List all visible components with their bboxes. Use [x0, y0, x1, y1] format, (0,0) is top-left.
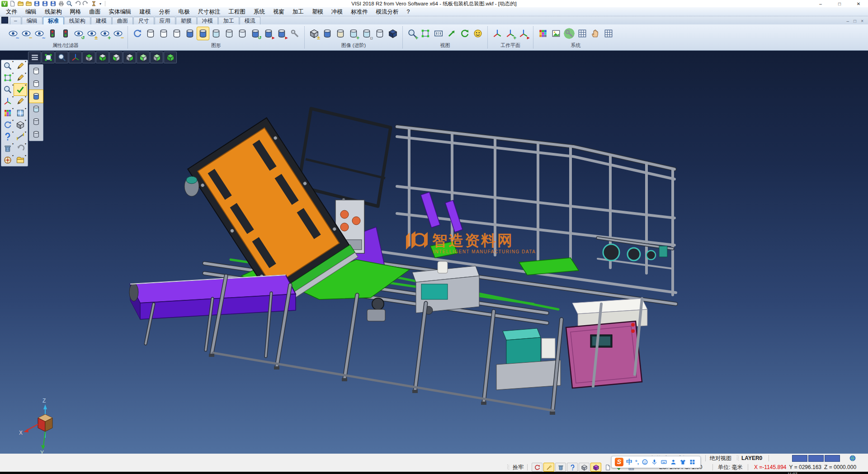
menu-standard-parts[interactable]: 标准件	[347, 7, 372, 16]
render-tools-icon[interactable]	[289, 27, 301, 40]
tab-overflow-button[interactable]: –	[10, 17, 21, 24]
cylinder-shaded-selected-icon[interactable]	[197, 27, 209, 40]
zoom-window-icon[interactable]	[420, 27, 431, 40]
cylinder-arrow-icon[interactable]	[276, 27, 288, 40]
tab-surface[interactable]: 曲面	[112, 17, 133, 24]
tab-flow[interactable]: 模流	[240, 17, 260, 24]
snap-lock-label[interactable]: 拴牢	[513, 463, 524, 472]
eye-attributes-icon[interactable]	[7, 27, 19, 40]
eye-hide-icon[interactable]	[20, 27, 32, 40]
cylinder-refresh-icon[interactable]	[250, 27, 261, 40]
cube-plus-minus-icon[interactable]	[308, 27, 320, 40]
view-orient-icon[interactable]	[472, 27, 484, 40]
tab-dimension[interactable]: 尺寸	[133, 17, 154, 24]
menu-drawing[interactable]: 工程图	[225, 7, 250, 16]
eye-refresh-icon[interactable]	[73, 27, 85, 40]
cylinder-check-icon[interactable]	[348, 27, 359, 40]
menu-file[interactable]: 文件	[2, 7, 21, 16]
visi-logo-icon[interactable]: V	[1, 1, 8, 7]
tab-edit[interactable]: 编辑	[22, 17, 42, 24]
tab-application[interactable]: 应用	[155, 17, 175, 24]
menu-edit[interactable]: 编辑	[21, 7, 41, 16]
menu-dimension[interactable]: 尺寸标注	[194, 7, 225, 16]
solid-cube-active-icon[interactable]	[590, 463, 601, 472]
menu-electrode[interactable]: 电极	[175, 7, 194, 16]
grid-settings-icon[interactable]	[603, 27, 614, 40]
microphone-icon[interactable]	[651, 459, 658, 465]
cylinder-update-icon[interactable]	[263, 27, 274, 40]
new-file-icon[interactable]	[9, 0, 16, 7]
cylinder-shaded-icon[interactable]	[184, 27, 196, 40]
table-settings-icon[interactable]	[576, 27, 588, 40]
magic-wand-icon[interactable]	[543, 463, 554, 472]
menu-mould[interactable]: 塑模	[308, 7, 327, 16]
print-icon[interactable]	[58, 0, 65, 7]
menu-machining[interactable]: 加工	[288, 7, 308, 16]
redo-icon[interactable]	[82, 0, 89, 7]
open-file-icon[interactable]	[17, 0, 24, 7]
tab-standard[interactable]: 标准	[43, 17, 64, 24]
menu-modeling[interactable]: 建模	[136, 7, 155, 16]
cylinder-copy-icon[interactable]	[361, 27, 373, 40]
maximize-button[interactable]: □	[830, 0, 849, 7]
toolbox-grid-icon[interactable]	[689, 459, 696, 465]
workbook-icon[interactable]	[1, 17, 8, 24]
menu-mesh[interactable]: 网格	[66, 7, 85, 16]
system-tools-icon[interactable]	[563, 27, 575, 40]
menu-flow-analysis[interactable]: 模流分析	[372, 7, 403, 16]
workplane-edit-icon[interactable]	[505, 27, 516, 40]
qat-dropdown-icon[interactable]: ▾	[99, 2, 102, 6]
globe-icon[interactable]	[849, 454, 856, 463]
regen-icon[interactable]	[132, 27, 143, 40]
cylinder-striped-icon[interactable]	[335, 27, 346, 40]
cylinder-outline-icon-3[interactable]	[171, 27, 183, 40]
cylinder-ghost-icon[interactable]	[223, 27, 235, 40]
tab-modeling[interactable]: 建模	[91, 17, 112, 24]
zoom-1-1-icon[interactable]	[433, 27, 444, 40]
ime-language-toggle[interactable]: 中	[626, 458, 632, 466]
active-layer-indicator[interactable]: LAYER0	[741, 454, 762, 463]
cylinder-wireframe-icon[interactable]	[236, 27, 248, 40]
sogou-logo-icon[interactable]: S	[615, 458, 623, 466]
zoom-dynamic-icon[interactable]	[406, 27, 418, 40]
eye-plus-minus-icon[interactable]	[86, 27, 98, 40]
traffic-light-red-icon[interactable]	[60, 27, 71, 40]
color-palette-icon[interactable]	[537, 27, 549, 40]
export-solid-icon[interactable]	[579, 463, 590, 472]
filter-erase-icon[interactable]	[555, 463, 566, 472]
save-as-icon[interactable]	[42, 0, 48, 7]
statusbar-grip[interactable]	[737, 455, 739, 461]
tab-die[interactable]: 冲模	[197, 17, 218, 24]
skin-shirt-icon[interactable]	[679, 459, 686, 465]
menu-window[interactable]: 视窗	[269, 7, 288, 16]
menu-wireframe[interactable]: 线架构	[41, 7, 66, 16]
print-preview-icon[interactable]	[66, 0, 73, 7]
menu-system[interactable]: 系统	[250, 7, 269, 16]
emoji-face-icon[interactable]	[642, 459, 648, 465]
cube-shaded-dark-icon[interactable]	[387, 27, 399, 40]
tab-mould[interactable]: 塑膜	[176, 17, 197, 24]
selection-filter-icon[interactable]	[590, 27, 601, 40]
eye-show-remove-icon[interactable]	[112, 27, 124, 40]
cylinder-wire-icon[interactable]	[374, 27, 386, 40]
mdi-minimize-button[interactable]: –	[847, 19, 849, 24]
save-icon[interactable]	[33, 0, 40, 7]
statusbar-grip[interactable]	[507, 465, 509, 470]
context-help-icon[interactable]	[567, 463, 578, 472]
tab-machining[interactable]: 加工	[218, 17, 239, 24]
eye-filter-icon[interactable]	[33, 27, 45, 40]
eye-show-add-icon[interactable]	[99, 27, 111, 40]
menu-solid-edit[interactable]: 实体编辑	[105, 7, 136, 16]
menu-help[interactable]: ?	[403, 7, 414, 16]
soft-keyboard-icon[interactable]	[660, 459, 667, 465]
workplane-main-icon[interactable]	[491, 27, 503, 40]
ime-punctuation-toggle[interactable]: °,	[635, 459, 639, 465]
minimize-button[interactable]: –	[811, 0, 830, 7]
cylinder-light-icon[interactable]	[210, 27, 222, 40]
graphics-viewport[interactable]: 智造资料网 INTELLIGENT MANUFACTURING DATA Z X…	[0, 51, 868, 454]
view-mode-indicator[interactable]: 绝对视图	[710, 454, 731, 463]
menu-analysis[interactable]: 分析	[155, 7, 175, 16]
traffic-light-filter-icon[interactable]	[47, 27, 58, 40]
save-all-icon[interactable]	[50, 0, 57, 7]
cylinder-outline-icon-1[interactable]	[145, 27, 156, 40]
